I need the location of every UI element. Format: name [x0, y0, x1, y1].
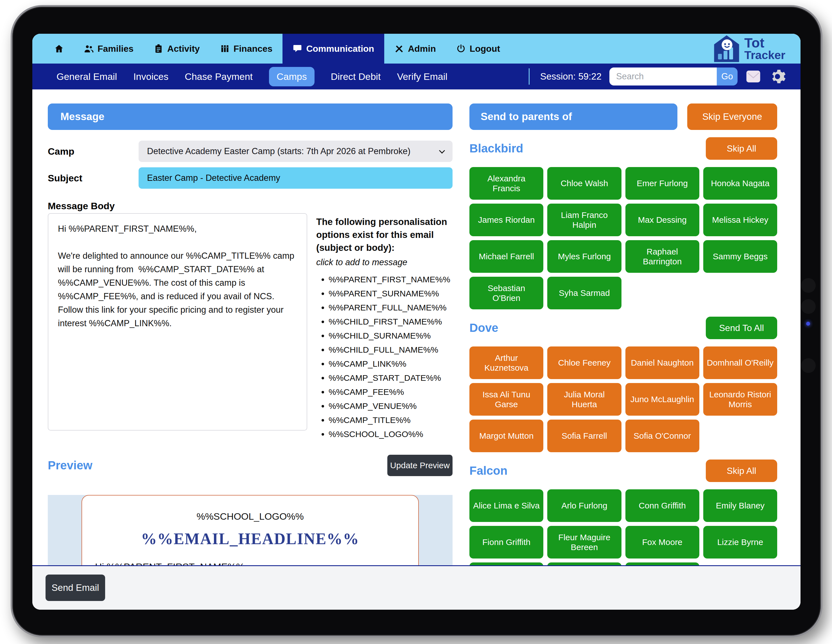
recipient-button[interactable]: Julia Moral Huerta [547, 383, 621, 416]
preview-greeting: Hi %%PARENT_FIRST_NAME%%, [95, 561, 418, 565]
chat-icon [293, 44, 302, 53]
personalisation-option[interactable]: %%CAMP_FEE%% [329, 387, 453, 397]
recipient-button[interactable]: Alexandra Francis [469, 167, 543, 200]
group-action-button-falcon[interactable]: Skip All [706, 460, 777, 482]
search-go-button[interactable]: Go [717, 67, 738, 85]
tab-label-finances: Finances [234, 43, 273, 54]
subnav-item-invoices[interactable]: Invoices [133, 71, 168, 82]
recipient-button[interactable]: Sebastian O'Brien [469, 277, 543, 309]
recipient-button[interactable]: Chloe Walsh [547, 167, 621, 200]
recipient-button-cutoff[interactable] [547, 562, 621, 565]
recipient-button[interactable]: Chloe Feeney [547, 346, 621, 379]
skip-everyone-button[interactable]: Skip Everyone [687, 104, 777, 130]
session-timer: Session: 59:22 [540, 71, 602, 82]
recipient-button[interactable]: Emer Furlong [626, 167, 699, 200]
group-title-dove: Dove [469, 321, 498, 335]
recipient-button[interactable]: Fox Moore [626, 526, 699, 559]
group-header-falcon: FalconSkip All [469, 460, 777, 482]
recipient-button[interactable]: Domhnall O'Reilly [703, 346, 777, 379]
personalisation-option[interactable]: %%CAMP_LINK%% [329, 359, 453, 369]
subnav-item-camps[interactable]: Camps [269, 67, 315, 87]
tab-home[interactable] [44, 34, 74, 64]
update-preview-button[interactable]: Update Preview [387, 455, 453, 476]
recipient-button[interactable]: James Riordan [469, 203, 543, 236]
recipients-header-row: Send to parents of Skip Everyone [469, 104, 777, 130]
personalisation-option[interactable]: %%CHILD_FIRST_NAME%% [329, 317, 453, 327]
group-action-button-dove[interactable]: Send To All [706, 317, 777, 339]
recipient-button-cutoff[interactable] [469, 562, 543, 565]
group-title-falcon: Falcon [469, 464, 507, 477]
tab-admin[interactable]: Admin [384, 34, 446, 64]
recipient-button[interactable]: Conn Griffith [626, 489, 699, 522]
personalisation-option[interactable]: %%CAMP_VENUE%% [329, 401, 453, 411]
mail-icon[interactable] [746, 69, 761, 84]
gear-icon[interactable] [769, 68, 786, 85]
subnav-item-chase-payment[interactable]: Chase Payment [185, 71, 253, 82]
recipient-button[interactable]: Alice Lima e Silva [469, 489, 543, 522]
nav-divider [529, 68, 530, 85]
recipient-button[interactable]: Sammy Beggs [703, 240, 777, 273]
recipient-button[interactable]: Fleur Maguire Bereen [547, 526, 621, 559]
recipient-button[interactable]: Arlo Furlong [547, 489, 621, 522]
clipboard-icon [154, 44, 163, 53]
recipient-button[interactable]: Emily Blaney [703, 489, 777, 522]
recipient-button[interactable]: Lizzie Byrne [703, 526, 777, 559]
send-email-button[interactable]: Send Email [46, 575, 105, 601]
recipients-panel-header: Send to parents of [469, 104, 677, 130]
personalisation-option[interactable]: %%CAMP_TITLE%% [329, 415, 453, 425]
recipient-button[interactable]: Sofia Farrell [547, 420, 621, 452]
recipient-button[interactable]: Honoka Nagata [703, 167, 777, 200]
group-action-button-blackbird[interactable]: Skip All [706, 137, 777, 160]
personalisation-option[interactable]: %%CAMP_START_DATE%% [329, 373, 453, 383]
tab-label-activity: Activity [167, 43, 200, 54]
personalisation-option[interactable]: %%PARENT_SURNAME%% [329, 289, 453, 298]
tab-activity[interactable]: Activity [144, 34, 210, 64]
search-input[interactable] [610, 67, 717, 85]
recipient-button[interactable]: Liam Franco Halpin [547, 203, 621, 236]
recipient-button[interactable]: Daniel Naughton [626, 346, 699, 379]
recipient-button[interactable]: Syha Sarmad [547, 277, 621, 309]
personalisation-option[interactable]: %%SCHOOL_LOGO%% [329, 429, 453, 439]
camp-label: Camp [48, 146, 139, 157]
personalisation-option[interactable]: %%PARENT_FIRST_NAME%% [329, 275, 453, 284]
recipient-button[interactable]: Myles Furlong [547, 240, 621, 273]
message-body-label: Message Body [48, 200, 453, 211]
recipient-button[interactable]: Arthur Kuznetsova [469, 346, 543, 379]
group-header-dove: DoveSend To All [469, 317, 777, 339]
tot-tracker-logo-text: Tot Tracker [744, 36, 786, 61]
personalisation-option[interactable]: %%CHILD_FULL_NAME%% [329, 345, 453, 355]
tablet-frame: FamiliesActivityFinancesCommunicationAdm… [11, 5, 822, 637]
tab-finances[interactable]: Finances [210, 34, 283, 64]
subnav-item-general-email[interactable]: General Email [56, 71, 117, 82]
tab-label-families: Families [98, 43, 133, 54]
recipient-button[interactable]: Margot Mutton [469, 420, 543, 452]
subnav-item-direct-debit[interactable]: Direct Debit [331, 71, 381, 82]
subject-input[interactable] [139, 167, 453, 189]
status-led [806, 322, 810, 326]
subnav-item-verify-email[interactable]: Verify Email [397, 71, 448, 82]
recipient-button[interactable]: Max Dessing [626, 203, 699, 236]
recipient-button[interactable]: Melissa Hickey [703, 203, 777, 236]
personalisation-option[interactable]: %%PARENT_FULL_NAME%% [329, 303, 453, 312]
names-grid-falcon: Alice Lima e SilvaArlo FurlongConn Griff… [469, 489, 777, 565]
personalisation-option[interactable]: %%CHILD_SURNAME%% [329, 331, 453, 341]
recipient-button[interactable]: Issa Ali Tunu Garse [469, 383, 543, 416]
recipient-button-cutoff[interactable] [626, 562, 699, 565]
subject-label: Subject [48, 173, 139, 184]
primary-nav: FamiliesActivityFinancesCommunicationAdm… [32, 34, 800, 64]
recipient-button[interactable]: Fionn Griffith [469, 526, 543, 559]
message-body-textarea[interactable]: Hi %%PARENT_FIRST_NAME%%, We're delighte… [48, 213, 307, 431]
tab-logout[interactable]: Logout [446, 34, 510, 64]
email-preview-card: %%SCHOOL_LOGO%% %%EMAIL_HEADLINE%% Hi %%… [82, 495, 419, 565]
tools-icon [394, 44, 404, 53]
recipient-button[interactable]: Sofia O'Connor [626, 420, 699, 452]
tab-communication[interactable]: Communication [283, 34, 384, 64]
preview-school-logo-token: %%SCHOOL_LOGO%% [82, 511, 418, 522]
recipient-button[interactable]: Juno McLaughlin [626, 383, 699, 416]
recipient-button[interactable]: Michael Farrell [469, 240, 543, 273]
recipient-button[interactable]: Raphael Barrington [626, 240, 699, 273]
camp-row: Camp Detective Academy Easter Camp (star… [48, 141, 453, 162]
camp-select[interactable]: Detective Academy Easter Camp (starts: 7… [139, 141, 453, 162]
tab-families[interactable]: Families [74, 34, 144, 64]
recipient-button[interactable]: Leonardo Ristori Morris [703, 383, 777, 416]
